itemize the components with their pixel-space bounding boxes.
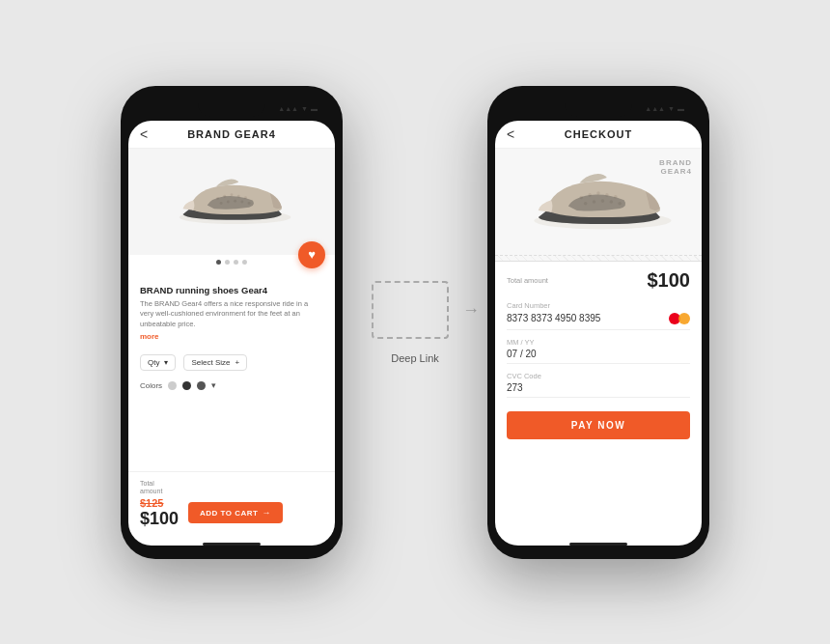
mmyy-label: MM / YY (507, 338, 690, 347)
qty-chevron-icon: ▾ (164, 358, 168, 367)
deep-link-arrow: → Deep Link (372, 281, 458, 364)
home-indicator (203, 543, 261, 546)
card-number-field: Card Number 8373 8373 4950 8395 (507, 301, 690, 330)
checkout-content: Total amount $100 Card Number 8373 8373 … (495, 262, 702, 539)
phone-checkout: ▲▲▲ ▼ ▬ < CHECKOUT (487, 86, 709, 559)
page-title: BRAND GEAR4 (187, 128, 276, 140)
product-controls: Qty ▾ Select Size + (128, 347, 335, 378)
pay-now-label: PAY NOW (571, 420, 625, 431)
colors-label: Colors (140, 381, 162, 390)
card-number-text: 8373 8373 4950 8395 (507, 313, 600, 323)
product-info: BRAND running shoes Gear4 The BRAND Gear… (128, 267, 335, 348)
price-old: $125 (140, 497, 179, 509)
notch-2 (565, 99, 632, 117)
status-icons: ▲▲▲ ▼ ▬ (278, 105, 318, 112)
product-image-area: ♥ (128, 149, 335, 255)
checkout-nav-bar: < CHECKOUT (495, 121, 702, 149)
colors-row: Colors ▾ (128, 378, 335, 396)
home-indicator-2 (569, 543, 627, 546)
checkout-total-amount: $100 (648, 269, 691, 292)
status-icons-2: ▲▲▲ ▼ ▬ (645, 105, 684, 112)
product-description: The BRAND Gear4 offers a nice responsive… (140, 299, 323, 330)
wifi-icon: ▼ (301, 105, 308, 112)
cvc-value[interactable]: 273 (507, 382, 690, 398)
product-screen: < BRAND GEAR4 (128, 121, 335, 546)
arrow-box: → (372, 281, 458, 339)
svg-point-3 (231, 193, 234, 196)
checkout-shoe-svg (521, 158, 676, 245)
price-label: Total amount (140, 480, 323, 494)
cvc-text: 273 (507, 382, 523, 393)
qty-label: Qty (148, 358, 159, 367)
color-option-2[interactable] (182, 381, 191, 390)
mastercard-icon (669, 312, 690, 325)
mmyy-field: MM / YY 07 / 20 (507, 338, 690, 364)
bottom-bar: Total amount $125 $100 ADD TO CART → (128, 471, 335, 538)
battery-icon-2: ▬ (678, 105, 684, 112)
checkout-product-area: BRAND GEAR4 (495, 149, 702, 256)
phone-product: ▲▲▲ ▼ ▬ < BRAND GEAR4 (121, 86, 343, 559)
wifi-icon-2: ▼ (668, 105, 675, 112)
checkout-screen: < CHECKOUT (495, 121, 702, 546)
battery-icon: ▬ (311, 105, 318, 112)
arrow-icon: → (263, 508, 272, 518)
dot-4[interactable] (242, 260, 247, 265)
heart-icon: ♥ (308, 247, 316, 262)
add-to-cart-label: ADD TO CART (200, 509, 258, 518)
checkout-total-row: Total amount $100 (507, 269, 690, 292)
add-to-cart-button[interactable]: ADD TO CART → (188, 502, 283, 523)
price-block: $125 $100 (140, 497, 179, 529)
checkout-back-button[interactable]: < (507, 126, 514, 142)
more-link[interactable]: more (140, 332, 323, 341)
card-number-label: Card Number (507, 301, 690, 310)
right-arrow-icon: → (462, 299, 480, 320)
main-scene: ▲▲▲ ▼ ▬ < BRAND GEAR4 (121, 86, 709, 559)
signal-icon: ▲▲▲ (278, 105, 298, 112)
checkout-total-label: Total amount (507, 276, 548, 285)
signal-icon-2: ▲▲▲ (645, 105, 665, 112)
color-option-1[interactable] (168, 381, 177, 390)
size-plus-icon: + (235, 358, 239, 367)
dot-1[interactable] (216, 260, 221, 265)
mmyy-value[interactable]: 07 / 20 (507, 349, 690, 364)
size-dropdown[interactable]: Select Size + (183, 354, 247, 371)
pay-now-button[interactable]: PAY NOW (507, 411, 690, 439)
color-option-3[interactable] (197, 381, 206, 390)
qty-dropdown[interactable]: Qty ▾ (140, 354, 176, 371)
total-label-text: Total amount (507, 276, 548, 285)
card-number-value[interactable]: 8373 8373 4950 8395 (507, 312, 690, 330)
dot-3[interactable] (234, 260, 238, 265)
dot-2[interactable] (225, 260, 230, 265)
mmyy-text: 07 / 20 (507, 349, 537, 359)
checkout-page-title: CHECKOUT (565, 128, 632, 140)
mc-right-circle (678, 313, 690, 324)
back-button[interactable]: < (140, 126, 148, 142)
product-image (169, 163, 294, 240)
size-label: Select Size (191, 358, 230, 367)
product-title: BRAND running shoes Gear4 (140, 285, 323, 295)
wishlist-button[interactable]: ♥ (298, 241, 325, 268)
checkout-brand-label: BRAND GEAR4 (659, 158, 692, 176)
deep-link-label: Deep Link (391, 352, 439, 364)
notch (198, 99, 265, 117)
dashed-border (372, 281, 449, 339)
price-new: $100 (140, 509, 179, 529)
cvc-label: CVC Code (507, 372, 690, 380)
nav-bar: < BRAND GEAR4 (128, 121, 335, 149)
colors-chevron-icon[interactable]: ▾ (211, 380, 216, 390)
svg-point-14 (596, 191, 600, 195)
cvc-field: CVC Code 273 (507, 372, 690, 398)
bottom-row: $125 $100 ADD TO CART → (140, 497, 323, 529)
